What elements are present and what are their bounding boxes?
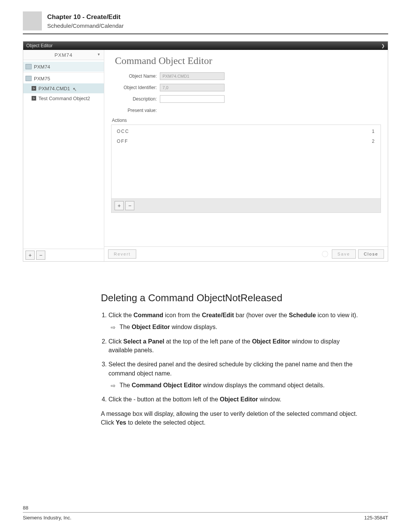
- text: bar (hover over the: [234, 312, 289, 318]
- right-pane: Command Object Editor Object Name: Objec…: [104, 50, 388, 261]
- result-arrow-icon: ⇨: [111, 382, 116, 390]
- tree-node-label: PXM75: [34, 76, 50, 81]
- bold-text: Create/Edit: [202, 312, 234, 318]
- footer-right: 125-3584T: [364, 515, 388, 521]
- text: window.: [258, 396, 281, 403]
- step-3-result: ⇨ The Command Object Editor window displ…: [111, 381, 365, 390]
- page-footer: 88 Siemens Industry, Inc. 125-3584T: [23, 505, 388, 521]
- panel-icon: [25, 64, 32, 69]
- text: window displays.: [170, 324, 217, 330]
- chapter-title: Chapter 10 - Create/Edit: [47, 13, 124, 21]
- document-body: Deleting a Command ObjectNotReleased Cli…: [101, 292, 365, 427]
- text: at the top of the left pane of the: [164, 338, 252, 345]
- description-label: Description:: [111, 96, 160, 102]
- chevron-down-icon: ▼: [97, 53, 101, 56]
- result-arrow-icon: ⇨: [111, 323, 116, 332]
- action-order: 1: [372, 129, 375, 134]
- text: Select the desired panel and the desired…: [108, 361, 352, 376]
- object-editor-titlebar: Object Editor ❯: [23, 42, 388, 50]
- tree-node-cmd1[interactable]: > PXM74.CMD1 ↖: [23, 83, 104, 93]
- command-icon: >: [32, 96, 36, 101]
- bold-text: Command Object Editor: [132, 382, 201, 388]
- actions-box: OCC 1 OFF 2 + −: [111, 125, 381, 213]
- final-paragraph: A message box will display, allowing the…: [101, 409, 365, 427]
- add-panel-button[interactable]: +: [25, 251, 35, 260]
- bold-text: Select a Panel: [123, 338, 164, 345]
- tree-node-label: PXM74.CMD1: [38, 86, 70, 91]
- remove-panel-button[interactable]: −: [36, 251, 45, 260]
- panel-icon: [25, 76, 32, 81]
- panel-tree: PXM74 PXM75 > PXM74.CMD1 ↖ > Test Comm: [23, 60, 104, 249]
- text: window displays the command object detai…: [201, 382, 325, 388]
- chapter-subtitle: Schedule/Command/Calendar: [47, 22, 124, 29]
- object-name-label: Object Name:: [111, 73, 160, 79]
- text: Click: [108, 338, 123, 345]
- bold-text: Yes: [116, 419, 126, 426]
- editor-heading: Command Object Editor: [104, 50, 388, 70]
- save-button[interactable]: Save: [332, 249, 356, 259]
- bold-text: Schedule: [289, 312, 316, 318]
- tree-node-pxm74[interactable]: PXM74: [23, 62, 104, 72]
- steps-list: Click the Command icon from the Create/E…: [101, 311, 365, 404]
- bold-text: Object Editor: [132, 324, 170, 330]
- description-field[interactable]: [160, 95, 225, 103]
- remove-action-button[interactable]: −: [125, 201, 134, 210]
- present-value-label: Present value:: [111, 108, 160, 113]
- bold-text: Object Editor: [252, 338, 290, 345]
- doc-header: Chapter 10 - Create/Edit Schedule/Comman…: [23, 11, 388, 34]
- object-name-field[interactable]: [160, 72, 225, 80]
- text: The: [119, 382, 132, 388]
- close-button[interactable]: Close: [358, 249, 384, 259]
- action-order: 2: [372, 139, 375, 144]
- action-name: OFF: [117, 139, 128, 144]
- section-title: Deleting a Command ObjectNotReleased: [101, 292, 365, 304]
- panel-select-value: PXM74: [54, 52, 73, 58]
- panel-select-dropdown[interactable]: PXM74 ▼: [23, 50, 104, 60]
- left-pane: PXM74 ▼ PXM74 PXM75 > PXM74.CMD1: [23, 50, 104, 261]
- step-1: Click the Command icon from the Create/E…: [108, 311, 365, 332]
- tree-node-label: Test Command Object2: [38, 96, 90, 101]
- step-3: Select the desired panel and the desired…: [108, 360, 365, 390]
- text: icon to view it).: [316, 312, 358, 318]
- object-identifier-field[interactable]: [160, 84, 225, 91]
- step-1-result: ⇨ The Object Editor window displays.: [111, 323, 365, 332]
- text: icon from the: [163, 312, 202, 318]
- action-row[interactable]: OCC 1: [112, 126, 381, 136]
- tree-node-pxm75[interactable]: PXM75: [23, 73, 104, 83]
- left-pane-footer: + −: [23, 249, 104, 261]
- actions-label: Actions: [104, 118, 388, 123]
- text: Click the: [108, 312, 134, 318]
- text: The: [119, 324, 132, 330]
- action-row[interactable]: OFF 2: [112, 136, 381, 146]
- object-identifier-label: Object Identifier:: [111, 85, 160, 90]
- text: Click the - button at the bottom left of…: [108, 396, 220, 403]
- spinner-icon: [322, 251, 328, 257]
- tree-node-cmd2[interactable]: > Test Command Object2: [23, 93, 104, 103]
- add-action-button[interactable]: +: [115, 201, 124, 210]
- header-square-icon: [23, 11, 42, 30]
- object-form: Object Name: Object Identifier: Descript…: [104, 70, 388, 116]
- text: to delete the selected object.: [126, 419, 206, 426]
- cursor-icon: ↖: [73, 86, 77, 92]
- step-4: Click the - button at the bottom left of…: [108, 395, 365, 404]
- actions-footer: + −: [112, 198, 381, 212]
- right-pane-footer: Revert Save Close: [104, 246, 388, 261]
- object-editor-window: Object Editor ❯ PXM74 ▼ PXM74: [23, 41, 388, 262]
- step-2: Click Select a Panel at the top of the l…: [108, 337, 365, 355]
- revert-button[interactable]: Revert: [108, 249, 136, 259]
- tree-node-label: PXM74: [34, 64, 50, 70]
- chevron-right-icon: ❯: [381, 43, 385, 48]
- command-icon: >: [32, 86, 36, 91]
- bold-text: Command: [134, 312, 163, 318]
- action-name: OCC: [117, 129, 129, 134]
- titlebar-text: Object Editor: [26, 43, 53, 48]
- page-number: 88: [23, 505, 388, 511]
- actions-list: OCC 1 OFF 2: [112, 125, 381, 198]
- footer-left: Siemens Industry, Inc.: [23, 515, 72, 521]
- bold-text: Object Editor: [220, 396, 258, 403]
